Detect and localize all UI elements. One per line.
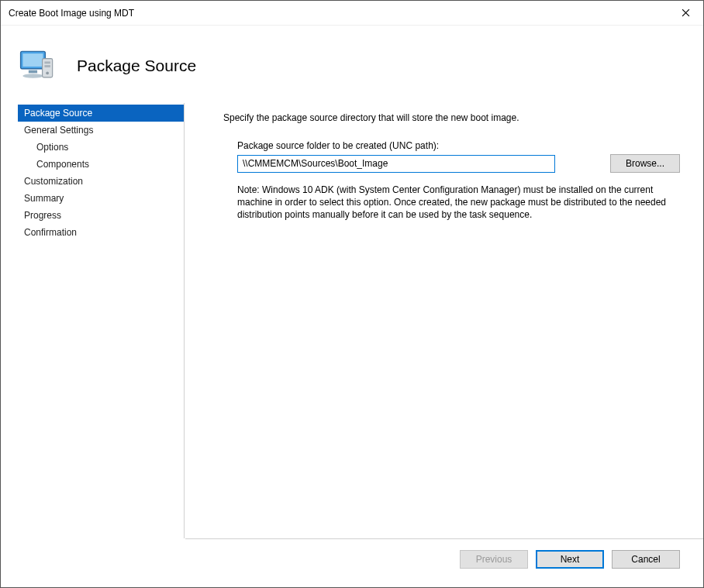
note-text: Note: Windows 10 ADK (with System Center… [237,184,680,222]
step-options[interactable]: Options [18,139,184,156]
previous-button: Previous [460,550,528,569]
svg-rect-4 [43,59,53,77]
svg-rect-6 [44,65,50,67]
step-components[interactable]: Components [18,156,184,173]
window-title: Create Boot Image using MDT [9,8,134,19]
step-package-source[interactable]: Package Source [18,105,184,122]
close-icon [682,9,690,17]
cancel-button[interactable]: Cancel [612,550,680,569]
header: Package Source [1,26,703,103]
close-button[interactable] [668,1,703,26]
body: Package Source General Settings Options … [1,103,703,538]
package-source-path-input[interactable] [237,155,555,173]
titlebar: Create Boot Image using MDT [1,1,703,26]
step-general-settings[interactable]: General Settings [18,122,184,139]
wizard-steps-sidebar: Package Source General Settings Options … [18,103,185,538]
step-confirmation[interactable]: Confirmation [18,224,184,241]
wizard-window: Create Boot Image using MDT Package Sour… [0,0,704,588]
browse-button[interactable]: Browse... [610,154,680,173]
svg-rect-1 [22,53,43,67]
path-field-label: Package source folder to be created (UNC… [237,140,680,151]
svg-point-3 [22,74,43,78]
path-field-row: Browse... [237,154,680,173]
step-progress[interactable]: Progress [18,207,184,224]
package-monitor-icon [16,44,60,88]
svg-point-7 [46,71,49,74]
content-panel: Specify the package source directory tha… [185,103,703,538]
svg-rect-5 [44,61,50,64]
wizard-footer: Previous Next Cancel [185,538,703,587]
instruction-text: Specify the package source directory tha… [223,112,680,123]
step-customization[interactable]: Customization [18,173,184,190]
step-summary[interactable]: Summary [18,190,184,207]
next-button[interactable]: Next [536,550,604,569]
page-title: Package Source [77,57,196,75]
svg-rect-2 [29,70,37,74]
